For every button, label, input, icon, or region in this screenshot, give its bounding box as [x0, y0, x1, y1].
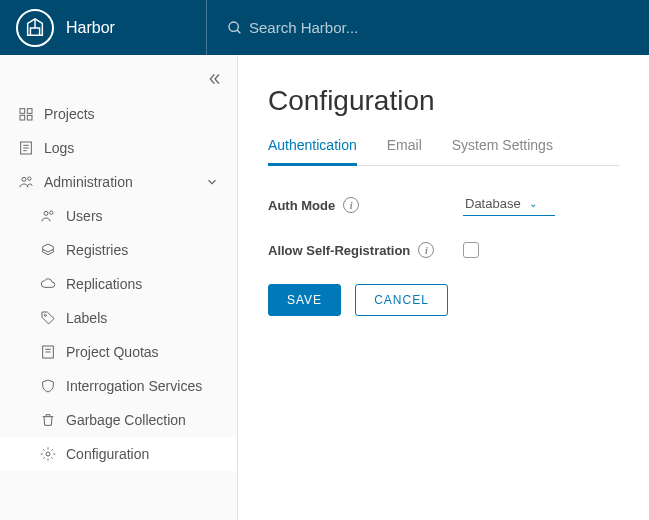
sidebar-item-label: Replications [66, 276, 142, 292]
sidebar-item-registries[interactable]: Registries [0, 233, 237, 267]
self-registration-checkbox[interactable] [463, 242, 479, 258]
page-title: Configuration [268, 85, 619, 117]
sidebar-item-label: Interrogation Services [66, 378, 202, 394]
form-buttons: SAVE CANCEL [268, 284, 619, 316]
projects-icon [18, 106, 34, 122]
config-tabs: Authentication Email System Settings [268, 131, 619, 166]
trash-icon [40, 412, 56, 428]
sidebar-item-interrogation-services[interactable]: Interrogation Services [0, 369, 237, 403]
svg-point-13 [50, 211, 53, 214]
sidebar-item-administration[interactable]: Administration [0, 165, 237, 199]
auth-mode-label-text: Auth Mode [268, 198, 335, 213]
svg-point-0 [229, 22, 238, 31]
sidebar-item-label: Labels [66, 310, 107, 326]
chevron-down-icon [205, 175, 219, 189]
sidebar-collapse-button[interactable] [0, 63, 237, 97]
sidebar-item-label: Administration [44, 174, 133, 190]
sidebar-item-label: Users [66, 208, 103, 224]
app-header: Harbor [0, 0, 649, 55]
svg-rect-3 [27, 109, 32, 114]
svg-rect-2 [20, 109, 25, 114]
info-icon[interactable]: i [418, 242, 434, 258]
tab-system-settings[interactable]: System Settings [452, 131, 553, 165]
self-registration-label-text: Allow Self-Registration [268, 243, 410, 258]
administration-icon [18, 174, 34, 190]
tab-authentication[interactable]: Authentication [268, 131, 357, 166]
svg-line-1 [237, 30, 240, 33]
logo-block: Harbor [16, 9, 206, 47]
harbor-logo-icon [16, 9, 54, 47]
auth-mode-label: Auth Mode i [268, 197, 463, 213]
sidebar-item-users[interactable]: Users [0, 199, 237, 233]
users-icon [40, 208, 56, 224]
sidebar-item-garbage-collection[interactable]: Garbage Collection [0, 403, 237, 437]
svg-point-14 [44, 314, 46, 316]
self-registration-row: Allow Self-Registration i [268, 242, 619, 258]
app-name: Harbor [66, 19, 115, 37]
auth-mode-row: Auth Mode i Database ⌄ [268, 194, 619, 216]
chevron-down-icon: ⌄ [529, 198, 537, 209]
tab-email[interactable]: Email [387, 131, 422, 165]
svg-point-18 [46, 452, 50, 456]
main-content: Configuration Authentication Email Syste… [238, 55, 649, 520]
replications-icon [40, 276, 56, 292]
svg-rect-4 [20, 115, 25, 120]
sidebar-item-label: Configuration [66, 446, 149, 462]
search-icon [227, 20, 243, 36]
auth-mode-value: Database [465, 196, 521, 211]
labels-icon [40, 310, 56, 326]
gear-icon [40, 446, 56, 462]
shield-icon [40, 378, 56, 394]
sidebar-item-configuration[interactable]: Configuration [0, 437, 237, 471]
sidebar: Projects Logs Administration Users Regis… [0, 55, 238, 520]
self-registration-label: Allow Self-Registration i [268, 242, 463, 258]
svg-rect-5 [27, 115, 32, 120]
svg-point-12 [44, 211, 48, 215]
sidebar-item-labels[interactable]: Labels [0, 301, 237, 335]
save-button[interactable]: SAVE [268, 284, 341, 316]
info-icon[interactable]: i [343, 197, 359, 213]
cancel-button[interactable]: CANCEL [355, 284, 448, 316]
project-quotas-icon [40, 344, 56, 360]
sidebar-item-projects[interactable]: Projects [0, 97, 237, 131]
auth-mode-select[interactable]: Database ⌄ [463, 194, 555, 216]
svg-point-11 [28, 177, 31, 180]
sidebar-item-logs[interactable]: Logs [0, 131, 237, 165]
sidebar-item-label: Garbage Collection [66, 412, 186, 428]
search-input[interactable] [249, 19, 449, 36]
sidebar-item-replications[interactable]: Replications [0, 267, 237, 301]
registries-icon [40, 242, 56, 258]
sidebar-item-label: Logs [44, 140, 74, 156]
sidebar-item-label: Registries [66, 242, 128, 258]
sidebar-item-label: Projects [44, 106, 95, 122]
sidebar-item-label: Project Quotas [66, 344, 159, 360]
logs-icon [18, 140, 34, 156]
sidebar-item-project-quotas[interactable]: Project Quotas [0, 335, 237, 369]
search-wrap [206, 0, 633, 55]
svg-point-10 [22, 177, 26, 181]
